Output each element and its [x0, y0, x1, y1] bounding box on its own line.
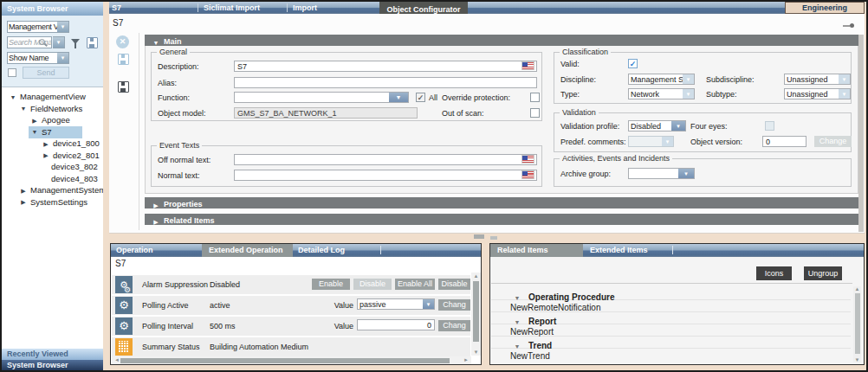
tab-extended-items[interactable]: Extended Items: [590, 244, 648, 257]
splitter-grip[interactable]: [474, 234, 484, 239]
close-icon[interactable]: ✕: [116, 35, 129, 48]
tab-engineering[interactable]: Engineering: [785, 2, 865, 14]
horizontal-scrollbar[interactable]: ◄ ►: [112, 356, 471, 364]
system-browser-bottom-bar[interactable]: System Browser: [2, 360, 103, 370]
function-dropdown[interactable]: ▼: [234, 92, 409, 103]
collapsed-icon[interactable]: ▶: [42, 138, 50, 151]
tree-item[interactable]: ▶Apogee: [2, 114, 103, 126]
subdiscipline-dropdown[interactable]: Unassigned▼: [784, 74, 851, 85]
expanded-icon[interactable]: ▼: [30, 126, 39, 138]
show-name-dropdown[interactable]: Show Name▼: [7, 52, 69, 64]
collapsed-icon: ▶: [152, 216, 160, 228]
language-flag-icon: [522, 171, 534, 178]
polling-active-icon: ⚙: [115, 297, 133, 314]
collapsed-icon[interactable]: ▶: [19, 185, 28, 197]
icons-button[interactable]: Icons: [756, 266, 792, 280]
expanded-icon[interactable]: ▼: [19, 103, 28, 115]
search-options-dropdown[interactable]: ▼: [53, 36, 65, 48]
enable-button[interactable]: Enable: [312, 279, 350, 290]
send-button[interactable]: Send: [23, 67, 69, 79]
chevron-down-icon[interactable]: ▼: [671, 121, 685, 131]
collapsed-icon[interactable]: ▶: [42, 150, 50, 162]
operation-row: Summary Status Building Automation Mediu…: [112, 337, 470, 356]
description-input[interactable]: [234, 61, 537, 72]
polling-interval-value-input[interactable]: [357, 319, 435, 330]
save-icon[interactable]: [118, 54, 129, 65]
chevron-down-icon[interactable]: ▼: [57, 22, 68, 32]
override-protection-checkbox[interactable]: [530, 93, 540, 102]
change-button[interactable]: Chang: [438, 299, 470, 311]
main-scrollbar[interactable]: [858, 35, 864, 232]
chevron-down-icon[interactable]: ▼: [389, 93, 408, 102]
archive-group-dropdown[interactable]: ▼: [628, 168, 695, 179]
out-of-scan-checkbox[interactable]: [530, 108, 540, 118]
divider: [491, 283, 852, 284]
validation-profile-dropdown[interactable]: Disabled▼: [628, 120, 686, 131]
language-flag-icon: [522, 62, 534, 69]
polling-active-value-dropdown[interactable]: passive▼: [357, 298, 435, 310]
tab-detailed-log[interactable]: Detailed Log: [298, 244, 345, 257]
divider: [139, 33, 139, 230]
tree-item[interactable]: ▼ManagementView: [2, 91, 103, 103]
type-dropdown[interactable]: Network▼: [628, 88, 695, 99]
polling-interval-icon: ⚙: [115, 317, 133, 335]
tab-extended-operation[interactable]: Extended Operation: [202, 244, 293, 257]
filter-icon[interactable]: [71, 39, 80, 44]
sidebar-splitter[interactable]: [103, 2, 109, 234]
related-item[interactable]: NewTrend: [510, 351, 550, 361]
tree-item-selected[interactable]: ▼S7: [2, 126, 103, 138]
expanded-icon[interactable]: ▼: [9, 92, 17, 104]
tab-siclimat-import[interactable]: Siclimat Import: [204, 2, 260, 14]
chevron-down-icon: ▼: [662, 137, 673, 146]
tab-separator: [672, 246, 673, 254]
view-selector-dropdown[interactable]: Management V▼: [7, 21, 69, 33]
alarm-suppression-icon: ⚙⚙: [115, 276, 133, 293]
tree-item[interactable]: ▶device2_801: [2, 150, 103, 162]
valid-checkbox[interactable]: ✓: [628, 59, 638, 68]
tree-item[interactable]: ▶SystemSettings: [2, 196, 103, 208]
all-checkbox[interactable]: ✓: [416, 93, 425, 102]
disable-button[interactable]: Disable: [353, 279, 392, 290]
object-version-input[interactable]: [762, 136, 806, 147]
chevron-down-icon[interactable]: ▼: [678, 169, 694, 178]
normal-text-input[interactable]: [234, 170, 537, 181]
related-item[interactable]: NewRemoteNotification: [510, 303, 601, 312]
main-section-header[interactable]: ▼Main: [145, 35, 858, 46]
collapsed-icon[interactable]: ▶: [30, 115, 39, 127]
recently-viewed-bar[interactable]: Recently Viewed: [2, 349, 103, 360]
send-checkbox[interactable]: [8, 68, 16, 77]
related-items-section-header[interactable]: ▶Related Items: [145, 214, 858, 225]
enable-all-button[interactable]: Enable All: [395, 279, 435, 290]
tab-import[interactable]: Import: [293, 2, 317, 14]
change-button[interactable]: Chang: [438, 320, 470, 331]
pin-icon[interactable]: [843, 23, 854, 28]
related-item[interactable]: NewReport: [510, 327, 554, 337]
save-search-icon[interactable]: [87, 37, 98, 48]
tree-item[interactable]: device3_802: [2, 161, 103, 173]
tab-s7[interactable]: S7: [112, 2, 121, 14]
save-as-icon[interactable]: [118, 81, 129, 93]
disable-all-button[interactable]: Disable: [438, 279, 470, 290]
chevron-down-icon[interactable]: ▼: [53, 37, 64, 48]
tree-item[interactable]: ▶ManagementSystem: [2, 184, 103, 196]
vertical-scrollbar[interactable]: ▲ ▼: [471, 273, 481, 356]
ungroup-button[interactable]: Ungroup: [804, 266, 842, 280]
tab-related-items[interactable]: Related Items: [490, 244, 583, 257]
tree-item[interactable]: ▼FieldNetworks: [2, 103, 103, 115]
tree-item[interactable]: device4_803: [2, 173, 103, 185]
splitter-grip[interactable]: [490, 236, 497, 240]
top-tab-bar: S7 Siclimat Import Import Object Configu…: [103, 2, 865, 14]
tree-item[interactable]: ▶device1_800: [2, 138, 103, 150]
discipline-dropdown[interactable]: Management Sys▼: [628, 74, 695, 85]
chevron-down-icon[interactable]: ▼: [423, 299, 434, 309]
tab-object-configurator[interactable]: Object Configurator: [379, 2, 468, 14]
properties-section-header[interactable]: ▶Properties: [145, 197, 858, 208]
subtype-dropdown[interactable]: Unassigned▼: [784, 88, 851, 99]
alias-input[interactable]: [234, 77, 537, 88]
off-normal-text-input[interactable]: [234, 154, 537, 165]
vertical-scrollbar[interactable]: ▲ ▼: [853, 286, 861, 362]
chevron-down-icon[interactable]: ▼: [57, 53, 68, 63]
change-button[interactable]: Change: [814, 136, 852, 147]
tab-operation[interactable]: Operation: [116, 244, 153, 257]
collapsed-icon[interactable]: ▶: [19, 196, 28, 208]
